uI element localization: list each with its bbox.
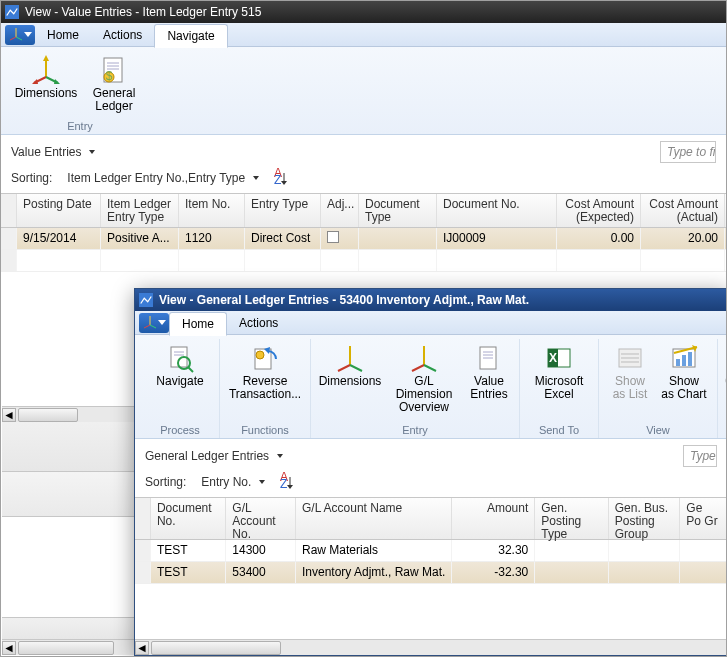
filter-input[interactable]: Type <box>683 445 717 467</box>
show-as-chart-button[interactable]: Show as Chart <box>657 339 711 423</box>
column-header[interactable]: Gen. Posting Type <box>535 498 609 539</box>
ribbon-group-label: Send To <box>539 423 579 438</box>
column-header[interactable]: G/L Account Name <box>296 498 452 539</box>
app-menu-button[interactable] <box>139 313 169 333</box>
column-header[interactable]: Ge Po Gr <box>680 498 727 539</box>
ledger-icon: $ <box>99 55 129 85</box>
svg-rect-50 <box>676 359 680 366</box>
horizontal-scrollbar[interactable]: ◄ <box>135 639 727 655</box>
tab-navigate[interactable]: Navigate <box>154 24 227 48</box>
scroll-thumb[interactable] <box>151 641 281 655</box>
row-selector[interactable] <box>1 228 17 249</box>
cell-doc-type <box>359 228 437 249</box>
column-header[interactable]: Gen. Bus. Posting Group <box>609 498 681 539</box>
column-header[interactable]: Cost Amount (Expected) <box>557 194 641 227</box>
grid-row[interactable]: 9/15/2014 Positive A... 1120 Direct Cost… <box>1 228 726 250</box>
column-header[interactable]: Posting Date <box>17 194 101 227</box>
ribbon-group-sendto: X Microsoft Excel Send To <box>520 339 599 438</box>
scroll-left-button[interactable]: ◄ <box>135 641 149 655</box>
cell-item-no: 1120 <box>179 228 245 249</box>
tab-home[interactable]: Home <box>35 24 91 46</box>
sorting-dropdown[interactable]: Entry No. <box>196 473 270 491</box>
dimensions-button[interactable]: Dimensions <box>13 51 79 119</box>
general-ledger-button[interactable]: $ General Ledger <box>81 51 147 119</box>
page-title[interactable]: General Ledger Entries <box>145 449 283 463</box>
column-header[interactable]: Entry Type <box>245 194 321 227</box>
checkbox-icon <box>327 231 339 243</box>
app-menu-button[interactable] <box>5 25 35 45</box>
cell-account-name: Raw Materials <box>296 540 452 561</box>
reverse-transaction-button[interactable]: Reverse Transaction... <box>226 339 304 423</box>
cell-account-no: 14300 <box>226 540 296 561</box>
dimensions-button[interactable]: Dimensions <box>317 339 383 423</box>
gl-dimension-overview-button[interactable]: G/L Dimension Overview <box>385 339 463 423</box>
sorting-dropdown[interactable]: Item Ledger Entry No.,Entry Type <box>62 169 264 187</box>
tab-home[interactable]: Home <box>169 312 227 336</box>
column-header[interactable]: Cost Amount (Actual) <box>641 194 725 227</box>
grid-row[interactable] <box>1 250 726 272</box>
tab-actions[interactable]: Actions <box>227 312 290 334</box>
svg-line-33 <box>338 365 350 371</box>
page-title[interactable]: Value Entries <box>11 145 95 159</box>
reverse-icon <box>250 343 280 373</box>
window-title-bar[interactable]: View - General Ledger Entries - 53400 In… <box>135 289 727 311</box>
scroll-left-button[interactable]: ◄ <box>2 641 16 655</box>
row-selector-header <box>1 194 17 227</box>
gl-entries-window: View - General Ledger Entries - 53400 In… <box>134 288 727 656</box>
button-label: G/L Dimension Overview <box>389 375 459 414</box>
sorting-label: Sorting: <box>11 171 52 185</box>
scroll-thumb[interactable] <box>18 408 78 422</box>
doc-icon <box>474 343 504 373</box>
menu-bar: Home Actions Navigate <box>1 23 726 47</box>
grid-row[interactable]: TEST 14300 Raw Materials 32.30 <box>135 540 727 562</box>
scroll-left-button[interactable]: ◄ <box>2 408 16 422</box>
svg-line-23 <box>150 325 156 328</box>
value-entries-button[interactable]: Value Entries <box>465 339 513 423</box>
microsoft-excel-button[interactable]: X Microsoft Excel <box>526 339 592 423</box>
axes3d-icon <box>9 27 23 41</box>
svg-point-30 <box>256 351 264 359</box>
show-as-list-button[interactable]: Show as List <box>605 339 655 423</box>
sort-direction-button[interactable]: AZ <box>280 475 296 489</box>
page-header: Value Entries Type to filte <box>1 135 726 167</box>
ribbon: Navigate Process Reverse Transaction... … <box>135 335 727 439</box>
button-label: Microsoft Excel <box>530 375 588 401</box>
column-header[interactable]: Document Type <box>359 194 437 227</box>
svg-line-28 <box>188 367 193 372</box>
row-selector[interactable] <box>135 540 151 561</box>
ribbon-group-label: Entry <box>67 119 93 134</box>
window-title-text: View - General Ledger Entries - 53400 In… <box>159 293 529 307</box>
list-icon <box>615 343 645 373</box>
app-icon <box>139 293 153 307</box>
sorting-value: Item Ledger Entry No.,Entry Type <box>67 171 245 185</box>
axes3d-icon <box>335 343 365 373</box>
row-selector[interactable] <box>135 562 151 583</box>
cell-amount: -32.30 <box>452 562 535 583</box>
ribbon-group-view: Show as List Show as Chart View <box>599 339 718 438</box>
grid-row[interactable]: TEST 53400 Inventory Adjmt., Raw Mat. -3… <box>135 562 727 584</box>
column-header[interactable]: Adj... <box>321 194 359 227</box>
column-header[interactable]: Document No. <box>151 498 226 539</box>
cell <box>680 562 727 583</box>
ribbon: Dimensions $ General Ledger Entry <box>1 47 726 135</box>
cell-entry-type: Direct Cost <box>245 228 321 249</box>
svg-marker-9 <box>54 79 60 84</box>
page-header: General Ledger Entries Type <box>135 439 727 471</box>
column-header[interactable]: Item Ledger Entry Type <box>101 194 179 227</box>
chart-icon <box>669 343 699 373</box>
ribbon-group-label: Functions <box>241 423 289 438</box>
navigate-button[interactable]: Navigate <box>147 339 213 423</box>
svg-marker-8 <box>32 79 38 84</box>
cell-account-no: 53400 <box>226 562 296 583</box>
button-label: Reverse Transaction... <box>229 375 301 401</box>
tab-actions[interactable]: Actions <box>91 24 154 46</box>
sorting-value: Entry No. <box>201 475 251 489</box>
scroll-thumb[interactable] <box>18 641 114 655</box>
sort-direction-button[interactable]: AZ <box>274 171 290 185</box>
column-header[interactable]: G/L Account No. <box>226 498 296 539</box>
cell-doc-no: IJ00009 <box>437 228 557 249</box>
column-header[interactable]: Item No. <box>179 194 245 227</box>
column-header[interactable]: Document No. <box>437 194 557 227</box>
column-header[interactable]: Amount <box>452 498 535 539</box>
filter-input[interactable]: Type to filte <box>660 141 716 163</box>
